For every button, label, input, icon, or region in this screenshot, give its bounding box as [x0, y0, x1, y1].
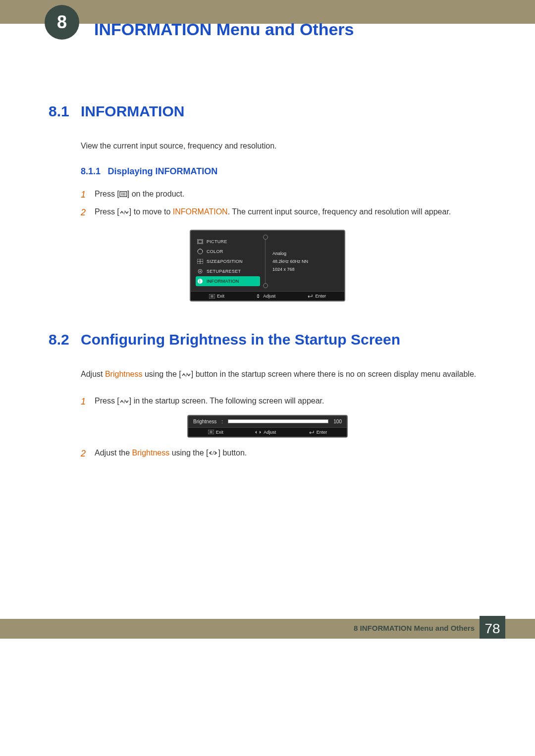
- highlight-brightness: Brightness: [105, 370, 143, 378]
- svg-text:i: i: [199, 279, 201, 284]
- osd-panel: PICTURE COLOR SIZE&POSITION SETUP&RESET: [190, 230, 345, 302]
- osd-info-line1: Analog: [272, 250, 339, 257]
- menu-icon: [119, 191, 127, 197]
- svg-rect-6: [198, 240, 202, 243]
- brightness-panel: Brightness: 100 Exit Adjust Enter: [187, 415, 348, 438]
- subsection-8-1-1-heading: 8.1.1 Displaying INFORMATION: [81, 166, 486, 177]
- info-icon: i: [197, 278, 204, 285]
- svg-point-12: [200, 271, 201, 272]
- menu-icon: [208, 430, 214, 434]
- up-down-icon: [255, 294, 261, 299]
- enter-icon: [308, 430, 315, 435]
- step-number: 2: [81, 205, 95, 220]
- osd-footer-adjust: Adjust: [255, 294, 275, 299]
- section2-intro: Adjust Brightness using the [/] button i…: [81, 368, 486, 381]
- menu-icon: [209, 294, 215, 299]
- chapter-number-badge: 8: [45, 5, 79, 40]
- footer-chapter-label: 8 INFORMATION Menu and Others: [354, 624, 475, 632]
- gear-icon: [197, 268, 204, 275]
- osd-info-line3: 1024 x 768: [272, 265, 339, 273]
- osd-divider: [265, 237, 266, 286]
- page-title: INFORMATION Menu and Others: [94, 20, 354, 39]
- subsection-number: 8.1.1: [81, 166, 101, 176]
- step-2: 2 Adjust the Brightness using the [/] bu…: [81, 447, 486, 461]
- brightness-footer: Exit Adjust Enter: [188, 427, 347, 437]
- enter-icon: [306, 294, 313, 299]
- osd-footer: Exit Adjust Enter: [191, 291, 344, 301]
- brightness-bar: [228, 419, 328, 423]
- brightness-footer-adjust: Adjust: [255, 430, 276, 435]
- section-title: Configuring Brightness in the Startup Sc…: [81, 331, 400, 348]
- osd-item-information: i INFORMATION: [196, 276, 260, 286]
- up-down-icon: /: [119, 209, 129, 215]
- left-right-icon: [255, 430, 262, 435]
- osd-item-setup-reset: SETUP&RESET: [196, 266, 260, 276]
- section1-intro: View the current input source, frequency…: [81, 140, 486, 152]
- page-footer: 8 INFORMATION Menu and Others 78: [0, 619, 535, 639]
- highlight-information: INFORMATION: [173, 207, 228, 216]
- osd-item-picture: PICTURE: [196, 237, 260, 247]
- osd-info-line2: 48.2kHz 60Hz NN: [272, 257, 339, 265]
- step-2: 2 Press [/] to move to INFORMATION. The …: [81, 205, 486, 220]
- osd-footer-exit: Exit: [209, 294, 224, 299]
- up-down-icon: /: [119, 399, 129, 404]
- section-number: 8.1: [49, 103, 81, 120]
- svg-text:/: /: [213, 451, 214, 456]
- subsection-title: Displaying INFORMATION: [108, 166, 218, 176]
- step-text: Adjust the Brightness using the [/] butt…: [95, 447, 486, 461]
- step-text: Press [/] in the startup screen. The fol…: [95, 395, 486, 409]
- osd-footer-enter: Enter: [306, 294, 326, 299]
- size-position-icon: [197, 258, 204, 265]
- section-8-1-heading: 8.1 INFORMATION: [49, 103, 486, 120]
- page-number: 78: [480, 616, 505, 639]
- highlight-brightness: Brightness: [132, 449, 170, 457]
- picture-icon: [197, 238, 204, 245]
- brightness-value: 100: [333, 419, 342, 424]
- brightness-label: Brightness: [193, 419, 216, 424]
- step-number: 1: [81, 395, 95, 409]
- step-number: 2: [81, 447, 95, 461]
- left-right-icon: /: [208, 450, 218, 456]
- osd-item-color: COLOR: [196, 247, 260, 256]
- section-title: INFORMATION: [81, 103, 184, 120]
- color-icon: [197, 248, 204, 255]
- step-1: 1 Press [] on the product.: [81, 188, 486, 202]
- section-number: 8.2: [49, 331, 81, 348]
- up-down-icon: /: [181, 372, 191, 378]
- section-8-2-heading: 8.2 Configuring Brightness in the Startu…: [49, 331, 486, 348]
- step-number: 1: [81, 188, 95, 202]
- osd-figure: PICTURE COLOR SIZE&POSITION SETUP&RESET: [49, 230, 486, 302]
- step-text: Press [/] to move to INFORMATION. The cu…: [95, 205, 486, 220]
- svg-text:/: /: [124, 210, 125, 215]
- brightness-footer-exit: Exit: [208, 430, 223, 435]
- brightness-figure: Brightness: 100 Exit Adjust Enter: [49, 415, 486, 438]
- step-text: Press [] on the product.: [95, 188, 486, 202]
- step-1: 1 Press [/] in the startup screen. The f…: [81, 395, 486, 409]
- osd-info-panel: Analog 48.2kHz 60Hz NN 1024 x 768: [270, 237, 339, 286]
- svg-text:/: /: [124, 399, 125, 404]
- svg-text:/: /: [186, 372, 187, 378]
- osd-item-size-position: SIZE&POSITION: [196, 256, 260, 266]
- osd-menu-list: PICTURE COLOR SIZE&POSITION SETUP&RESET: [196, 237, 260, 286]
- content-area: 8.1 INFORMATION View the current input s…: [0, 24, 535, 460]
- brightness-footer-enter: Enter: [308, 430, 327, 435]
